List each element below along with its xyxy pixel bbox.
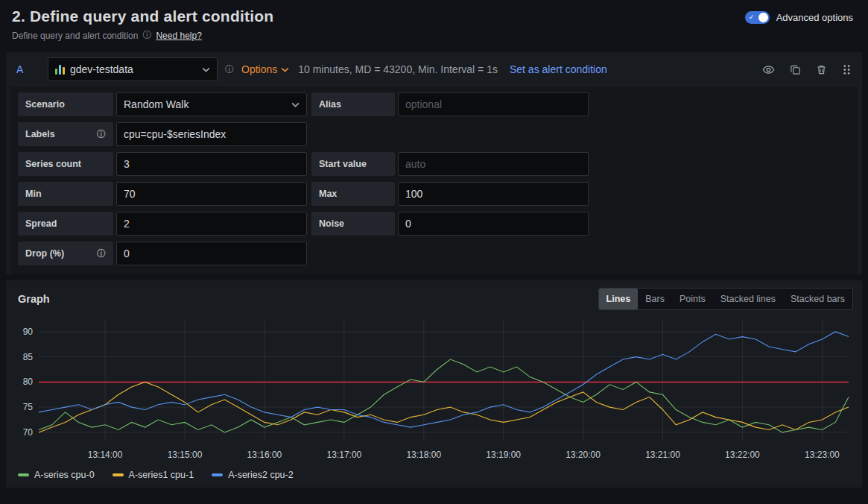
field-label-drop: Drop (%) ⓘ: [18, 242, 113, 265]
field-label-min: Min: [18, 182, 113, 206]
field-label-series-count: Series count: [18, 152, 113, 176]
query-header: A gdev-testdata ⓘ Options 10 minutes, MD…: [6, 52, 862, 86]
y-tick-label: 80: [23, 377, 34, 387]
graph-header: Graph Lines Bars Points Stacked lines St…: [6, 280, 862, 312]
legend-item[interactable]: A-series2 cpu-2: [212, 470, 294, 480]
x-tick-label: 13:20:00: [566, 450, 601, 460]
subtitle-text: Define query and alert condition: [12, 31, 138, 41]
drop-info-icon[interactable]: ⓘ: [97, 248, 106, 260]
x-tick-label: 13:14:00: [88, 450, 123, 460]
info-icon[interactable]: ⓘ: [142, 29, 151, 42]
legend-swatch: [212, 473, 223, 476]
chevron-down-icon: [202, 67, 210, 72]
toggle-switch-icon[interactable]: ✓: [745, 11, 770, 24]
set-alert-condition-link[interactable]: Set as alert condition: [510, 63, 607, 75]
x-tick-label: 13:16:00: [247, 450, 282, 460]
scenario-value: Random Walk: [124, 98, 189, 110]
spread-input[interactable]: [116, 212, 307, 236]
datasource-icon: [55, 64, 65, 75]
y-tick-label: 85: [23, 352, 34, 362]
tab-lines[interactable]: Lines: [599, 289, 639, 309]
options-label: Options: [241, 63, 277, 75]
alias-input[interactable]: [398, 92, 589, 116]
tab-bars[interactable]: Bars: [638, 289, 672, 309]
labels-info-icon[interactable]: ⓘ: [97, 128, 106, 141]
field-label-scenario: Scenario: [18, 92, 113, 116]
min-input[interactable]: [116, 182, 307, 206]
labels-input[interactable]: [116, 122, 307, 146]
page-header: 2. Define query and alert condition ✓ Ad…: [0, 0, 868, 25]
field-label-spread: Spread: [18, 212, 113, 236]
y-tick-label: 90: [23, 327, 34, 337]
legend-item[interactable]: A-series cpu-0: [18, 470, 95, 480]
y-tick-label: 75: [23, 402, 34, 412]
query-editor-panel: A gdev-testdata ⓘ Options 10 minutes, MD…: [6, 52, 862, 274]
query-info-icon[interactable]: ⓘ: [225, 63, 234, 76]
timeseries-chart[interactable]: 707580859013:14:0013:15:0013:16:0013:17:…: [12, 313, 856, 468]
x-tick-label: 13:18:00: [406, 450, 441, 460]
series-count-input[interactable]: [116, 152, 307, 176]
scenario-select[interactable]: Random Walk: [116, 92, 307, 116]
y-tick-label: 70: [23, 427, 34, 438]
query-editor-form: Scenario Random Walk Alias Labels ⓘ: [10, 86, 858, 274]
datasource-name: gdev-testdata: [70, 63, 133, 75]
chart-legend: A-series cpu-0A-series1 cpu-1A-series2 c…: [6, 468, 862, 488]
drag-handle-icon[interactable]: [842, 64, 852, 75]
check-icon: ✓: [749, 13, 755, 22]
series-line: [39, 332, 849, 427]
x-tick-label: 13:19:00: [486, 450, 521, 460]
x-tick-label: 13:22:00: [725, 450, 760, 460]
graph-panel: Graph Lines Bars Points Stacked lines St…: [6, 280, 862, 488]
eye-icon[interactable]: [762, 63, 775, 76]
legend-swatch: [113, 473, 124, 476]
legend-swatch: [18, 473, 29, 476]
field-label-alias: Alias: [311, 92, 395, 116]
page-subtitle: Define query and alert condition ⓘ Need …: [0, 25, 868, 46]
need-help-link[interactable]: Need help?: [156, 31, 201, 41]
page-title: 2. Define query and alert condition: [12, 7, 273, 25]
datasource-picker[interactable]: gdev-testdata: [48, 57, 218, 81]
field-label-max: Max: [311, 182, 395, 206]
chevron-down-icon: [291, 102, 300, 107]
field-label-start-value: Start value: [311, 152, 395, 176]
tab-points[interactable]: Points: [672, 289, 713, 309]
tab-stacked-lines[interactable]: Stacked lines: [713, 289, 783, 309]
trash-icon[interactable]: [816, 64, 827, 75]
x-tick-label: 13:21:00: [645, 450, 680, 460]
x-tick-label: 13:17:00: [327, 450, 362, 460]
options-toggle[interactable]: Options: [241, 63, 289, 75]
noise-input[interactable]: [398, 212, 589, 236]
advanced-options-toggle[interactable]: ✓ Advanced options: [745, 11, 853, 24]
graph-style-tabs: Lines Bars Points Stacked lines Stacked …: [598, 288, 853, 310]
query-ref-id[interactable]: A: [16, 63, 30, 75]
start-value-input[interactable]: [398, 152, 589, 176]
max-input[interactable]: [398, 182, 589, 206]
field-label-labels: Labels ⓘ: [18, 122, 113, 146]
copy-icon[interactable]: [790, 64, 801, 75]
advanced-options-label: Advanced options: [776, 12, 853, 23]
x-tick-label: 13:23:00: [805, 450, 840, 460]
drop-input[interactable]: [116, 242, 307, 265]
legend-item[interactable]: A-series1 cpu-1: [113, 470, 194, 480]
toggle-knob: [758, 13, 768, 22]
graph-title: Graph: [18, 293, 50, 305]
query-actions: [762, 63, 852, 76]
tab-stacked-bars[interactable]: Stacked bars: [783, 289, 852, 309]
chevron-down-icon: [281, 67, 289, 72]
query-meta-text: 10 minutes, MD = 43200, Min. Interval = …: [298, 63, 498, 75]
field-label-noise: Noise: [311, 212, 395, 236]
x-tick-label: 13:15:00: [168, 450, 203, 460]
